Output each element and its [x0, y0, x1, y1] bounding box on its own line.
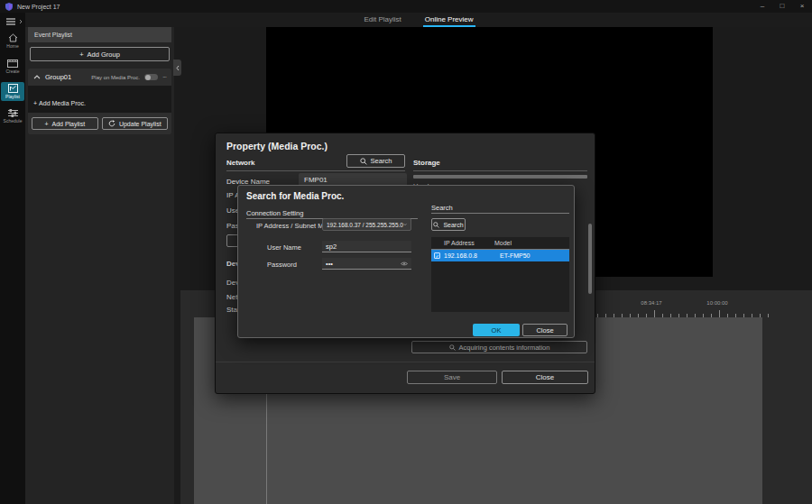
app-window: New Project 17 – □ × Home Create Playlis…: [0, 0, 812, 504]
ok-button[interactable]: OK: [473, 324, 520, 336]
sidebar-item-create[interactable]: Create: [1, 57, 24, 76]
home-icon: [8, 33, 18, 42]
create-icon: [7, 59, 18, 68]
titlebar: New Project 17 – □ ×: [0, 0, 812, 13]
sidebar-item-schedule[interactable]: Schedule: [1, 107, 24, 125]
property-search-button[interactable]: Search: [346, 154, 405, 168]
timeline-timestamp: 10:00:00: [690, 300, 744, 306]
expand-rail-icon: [19, 19, 23, 24]
search-close-button[interactable]: Close: [522, 324, 567, 336]
plus-icon: +: [79, 50, 83, 59]
tab-bar: Edit Playlist Online Preview: [25, 13, 812, 27]
connection-setting-label: Connection Setting: [246, 209, 303, 217]
ip-subnet-select[interactable]: 192.168.0.37 / 255.255.255.0: [322, 218, 411, 231]
playlist-icon: [8, 84, 18, 93]
search-icon: [433, 222, 439, 228]
cell-model: ET-FMP50: [500, 252, 530, 259]
window-title: New Project 17: [17, 4, 60, 10]
search-icon: [360, 158, 367, 165]
show-password-icon[interactable]: [401, 261, 408, 266]
tab-online-preview[interactable]: Online Preview: [423, 13, 475, 27]
column-model: Model: [494, 240, 512, 246]
dialog-scrollbar[interactable]: [588, 224, 592, 294]
schedule-icon: [8, 109, 18, 117]
panel-header: Event Playlist: [28, 27, 171, 42]
group-more-button[interactable]: ···: [162, 74, 166, 80]
chevron-up-icon[interactable]: [33, 75, 41, 79]
nav-rail: Home Create Playlist Schedule: [0, 13, 25, 504]
group-name: Group01: [45, 73, 71, 81]
storage-usage-bar: [413, 175, 587, 179]
column-ip-address: IP Address: [431, 240, 494, 246]
maximize-button[interactable]: □: [772, 0, 792, 13]
timeline-ruler: [597, 310, 769, 317]
dialog-title: Search for Media Proc.: [246, 191, 344, 201]
close-button[interactable]: ×: [792, 0, 812, 13]
property-close-button[interactable]: Close: [502, 371, 588, 384]
user-name-input[interactable]: sp2: [322, 241, 411, 252]
play-on-media-proc-label: Play on Media Proc.: [91, 75, 140, 80]
password-input[interactable]: •••: [322, 258, 411, 270]
search-section-label: Search: [431, 204, 453, 212]
storage-section-label: Storage: [413, 159, 440, 167]
row-checkbox[interactable]: ✓: [434, 252, 440, 259]
cell-ip: 192.168.0.8: [440, 252, 500, 259]
refresh-icon: [108, 120, 115, 127]
chevron-left-icon: [176, 65, 180, 71]
add-media-proc-button[interactable]: + Add Media Proc.: [33, 97, 166, 109]
update-playlist-button[interactable]: Update Playlist: [102, 117, 169, 130]
group-body: + Add Media Proc.: [28, 86, 171, 113]
app-logo-icon: [5, 3, 13, 11]
dialog-title: Property (Media Proc.): [226, 141, 328, 151]
add-group-button[interactable]: + Add Group: [30, 47, 170, 61]
user-name-label: User Name: [267, 243, 301, 252]
playlist-panel: Event Playlist + Add Group Group01 Play …: [25, 27, 174, 504]
tab-edit-playlist[interactable]: Edit Playlist: [362, 13, 402, 27]
sidebar-item-playlist[interactable]: Playlist: [1, 82, 24, 101]
table-row[interactable]: ✓ 192.168.0.8 ET-FMP50: [431, 250, 569, 261]
acquire-contents-button[interactable]: Acquiring contents information: [411, 341, 587, 353]
search-media-proc-dialog: Search for Media Proc. Connection Settin…: [237, 185, 575, 338]
group-header[interactable]: Group01 Play on Media Proc. ···: [28, 69, 171, 86]
network-section-label: Network: [226, 159, 255, 167]
search-devices-button[interactable]: Search: [431, 218, 466, 231]
search-icon: [449, 344, 456, 351]
group-card: Group01 Play on Media Proc. ··· + Add Me…: [28, 69, 171, 134]
plus-icon: +: [33, 100, 37, 106]
timeline-timestamp: 08:34:17: [624, 300, 678, 306]
play-toggle[interactable]: [144, 74, 158, 80]
password-label: Password: [267, 261, 297, 269]
panel-collapse-handle[interactable]: [173, 60, 181, 76]
search-results-table: IP Address Model ✓ 192.168.0.8 ET-FMP50: [431, 237, 569, 312]
toggle-knob: [145, 75, 151, 80]
plus-icon: +: [44, 121, 48, 127]
chevron-down-icon: [403, 223, 407, 226]
add-playlist-button[interactable]: + Add Playlist: [32, 117, 98, 130]
sidebar-item-home[interactable]: Home: [1, 32, 24, 50]
minimize-button[interactable]: –: [752, 0, 772, 13]
table-header: IP Address Model: [431, 237, 569, 250]
save-button[interactable]: Save: [407, 371, 497, 384]
menu-button[interactable]: [6, 18, 25, 25]
hamburger-icon: [6, 18, 15, 25]
